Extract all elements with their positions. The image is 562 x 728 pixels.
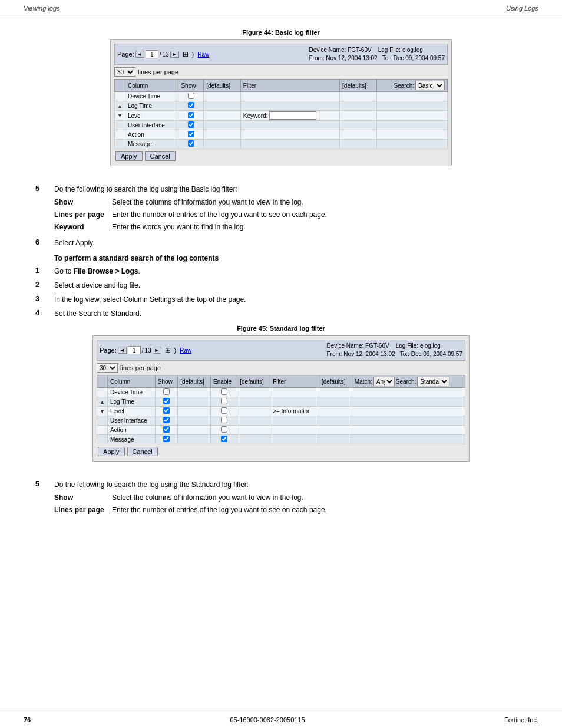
cell-show[interactable] <box>155 407 177 416</box>
arrow-cell <box>97 388 108 397</box>
show-checkbox[interactable] <box>163 417 170 423</box>
search-type-select-basic[interactable]: Basic <box>415 81 445 90</box>
search-type-select-standard[interactable]: Standard <box>417 377 449 386</box>
log-file: elog.log <box>402 47 423 53</box>
page-input[interactable] <box>128 346 141 354</box>
definition-list: Show Select the columns of information y… <box>54 197 327 232</box>
cell-defaults-enable <box>237 388 270 397</box>
grid-icon[interactable]: ⊞ <box>183 50 189 58</box>
page-total: 13 <box>144 347 151 354</box>
show-checkbox[interactable] <box>163 398 170 404</box>
cell-enable[interactable] <box>211 397 237 407</box>
device-name-label: Device Name: <box>309 47 346 53</box>
page-next-button[interactable]: ► <box>170 51 179 58</box>
show-checkbox[interactable] <box>188 140 194 147</box>
cancel-button-basic[interactable]: Cancel <box>145 151 176 161</box>
keyword-input[interactable] <box>269 111 316 120</box>
cell-defaults-filter <box>319 426 352 435</box>
cell-extra <box>352 407 465 416</box>
apply-button-basic[interactable]: Apply <box>115 151 143 161</box>
cell-show[interactable] <box>178 130 204 140</box>
lines-per-page-select[interactable]: 30 <box>97 363 118 373</box>
to-date: Dec 09, 2004 09:57 <box>394 55 445 61</box>
from-label: From: <box>309 55 324 61</box>
show-checkbox[interactable] <box>163 388 170 395</box>
filter-table-standard: Column Show [defaults] Enable [defaults]… <box>97 375 465 444</box>
page-label: Page: <box>100 347 117 354</box>
def-desc: Enter the number of entries of the log y… <box>112 209 327 220</box>
enable-checkbox[interactable] <box>221 398 227 404</box>
cell-enable[interactable] <box>211 416 237 426</box>
def-desc: Select the columns of information you wa… <box>112 197 303 207</box>
cell-extra <box>352 397 465 407</box>
page-separator: / <box>142 347 144 354</box>
show-checkbox[interactable] <box>163 407 170 414</box>
arrow-cell <box>97 416 108 426</box>
cell-filter <box>270 435 319 444</box>
cell-defaults-show <box>204 130 241 140</box>
heading-text: To perform a standard search of the log … <box>54 254 219 262</box>
cell-show[interactable] <box>178 111 204 121</box>
enable-checkbox[interactable] <box>221 388 227 395</box>
arrow-cell <box>115 121 125 130</box>
table-row: ▼ Level >= Information <box>97 407 465 416</box>
cell-defaults-filter <box>319 397 352 407</box>
standard-step-1: 1 Go to File Browse > Logs. <box>35 266 527 276</box>
table-row: Device Time <box>115 92 448 101</box>
figure45-box: Page: ◄ / 13 ► ⊞ ) Raw Device Name: FGT-… <box>92 335 470 462</box>
raw-link[interactable]: Raw <box>197 51 209 58</box>
cell-filter <box>240 92 339 101</box>
page-prev-button[interactable]: ◄ <box>118 347 127 354</box>
show-checkbox[interactable] <box>188 121 194 128</box>
cell-enable[interactable] <box>211 435 237 444</box>
cell-show[interactable] <box>178 92 204 101</box>
enable-checkbox[interactable] <box>221 417 227 423</box>
page-input[interactable] <box>146 50 158 58</box>
show-checkbox[interactable] <box>188 112 194 118</box>
cell-show[interactable] <box>155 426 177 435</box>
lines-per-page-select[interactable]: 30 <box>114 67 135 77</box>
cell-show[interactable] <box>155 435 177 444</box>
show-checkbox[interactable] <box>188 93 194 99</box>
cell-column: Message <box>107 435 155 444</box>
cell-enable[interactable] <box>211 407 237 416</box>
log-file-label: Log File: <box>378 47 401 53</box>
cell-show[interactable] <box>155 416 177 426</box>
device-name-label: Device Name: <box>326 342 363 349</box>
def-term: Show <box>54 492 107 503</box>
cell-column: Message <box>125 140 178 149</box>
show-checkbox[interactable] <box>188 102 194 108</box>
table-row: User Interface <box>97 416 465 426</box>
enable-checkbox[interactable] <box>221 436 227 442</box>
cell-column: Device Time <box>125 92 178 101</box>
cell-show[interactable] <box>155 397 177 407</box>
cell-show[interactable] <box>178 140 204 149</box>
show-checkbox[interactable] <box>188 131 194 137</box>
enable-checkbox[interactable] <box>221 407 227 414</box>
enable-checkbox[interactable] <box>221 426 227 433</box>
grid-icon[interactable]: ⊞ <box>165 346 171 354</box>
step6: 6 Select Apply. <box>35 238 527 248</box>
page-next-button[interactable]: ► <box>153 347 161 354</box>
search-label: Search: <box>396 378 416 385</box>
cell-enable[interactable] <box>211 426 237 435</box>
cell-show[interactable] <box>178 101 204 111</box>
log-file: elog.log <box>420 342 441 349</box>
cancel-button-standard[interactable]: Cancel <box>127 447 158 456</box>
raw-link[interactable]: Raw <box>180 347 191 354</box>
match-select[interactable]: Any <box>373 377 395 386</box>
cell-defaults-filter <box>319 388 352 397</box>
col-show: Show <box>155 375 177 388</box>
cell-show[interactable] <box>155 388 177 397</box>
cell-show[interactable] <box>178 121 204 130</box>
show-checkbox[interactable] <box>163 436 170 442</box>
lines-per-page-row: 30 lines per page <box>114 67 448 77</box>
page-prev-button[interactable]: ◄ <box>135 51 144 58</box>
show-checkbox[interactable] <box>163 426 170 433</box>
cell-column: User Interface <box>107 416 155 426</box>
apply-button-standard[interactable]: Apply <box>98 447 125 456</box>
table-row: Message <box>115 140 448 149</box>
cell-enable[interactable] <box>211 388 237 397</box>
device-name: FGT-60V <box>348 47 372 53</box>
col-defaults-show: [defaults] <box>204 80 241 92</box>
